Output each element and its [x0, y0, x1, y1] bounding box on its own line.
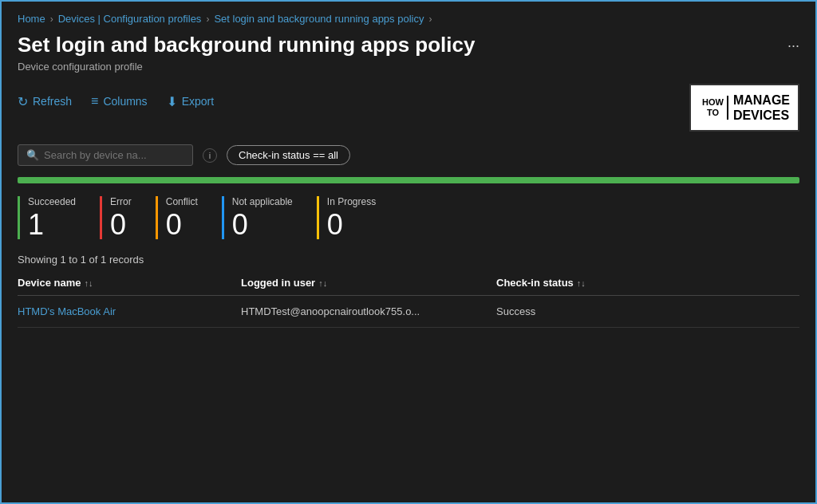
columns-icon: ≡ [91, 94, 98, 108]
breadcrumb-devices[interactable]: Devices | Configuration profiles [58, 13, 202, 25]
search-input[interactable] [44, 149, 184, 161]
page-container: Home › Devices | Configuration profiles … [2, 2, 815, 502]
records-info: Showing 1 to 1 of 1 records [18, 254, 799, 266]
more-button[interactable]: ··· [787, 37, 799, 54]
breadcrumb-current[interactable]: Set login and background running apps po… [214, 13, 424, 25]
breadcrumb-sep-2: › [206, 14, 209, 25]
stat-not-applicable-label: Not applicable [232, 196, 293, 207]
info-icon[interactable]: i [203, 148, 217, 163]
page-subtitle: Device configuration profile [18, 61, 799, 73]
search-box: 🔍 [18, 144, 193, 166]
stat-not-applicable-value: 0 [232, 211, 293, 239]
stat-in-progress: In Progress 0 [317, 196, 400, 239]
sort-icon-checkin-status[interactable]: ↑↓ [577, 278, 586, 288]
sort-icon-device-name[interactable]: ↑↓ [85, 278, 93, 288]
stat-conflict-value: 0 [166, 211, 198, 239]
stat-error-label: Error [110, 196, 132, 207]
columns-button[interactable]: ≡ Columns [91, 94, 148, 108]
table-header-device-name: Device name ↑↓ [18, 277, 241, 289]
stat-succeeded-label: Succeeded [28, 196, 76, 207]
table-container: Device name ↑↓ Logged in user ↑↓ Check-i… [18, 277, 799, 491]
stats-row: Succeeded 1 Error 0 Conflict 0 Not appli… [18, 196, 799, 239]
stat-in-progress-value: 0 [327, 211, 376, 239]
table-header-logged-in-user: Logged in user ↑↓ [241, 277, 496, 289]
progress-bar-container [18, 177, 799, 183]
toolbar: ↻ Refresh ≡ Columns ⬇ Export [18, 94, 214, 109]
table-cell-checkin-status: Success [496, 305, 799, 317]
sort-icon-logged-in-user[interactable]: ↑↓ [318, 278, 327, 288]
logo: HOWTO MANAGEDEVICES [689, 84, 799, 132]
breadcrumb-home[interactable]: Home [18, 13, 45, 25]
filter-row: 🔍 i Check-in status == all [18, 144, 799, 166]
stat-conflict-label: Conflict [166, 196, 198, 207]
stat-conflict: Conflict 0 [156, 196, 222, 239]
logo-how-to: HOWTO [699, 96, 728, 120]
page-title: Set login and background running apps po… [18, 33, 475, 57]
export-button[interactable]: ⬇ Export [167, 94, 214, 109]
stat-in-progress-label: In Progress [327, 196, 376, 207]
breadcrumb-sep-1: › [50, 14, 53, 25]
table-header-checkin-status: Check-in status ↑↓ [496, 277, 799, 289]
table-header: Device name ↑↓ Logged in user ↑↓ Check-i… [18, 277, 799, 296]
logo-manage-devices: MANAGEDEVICES [733, 93, 790, 123]
refresh-button[interactable]: ↻ Refresh [18, 94, 72, 109]
page-title-row: Set login and background running apps po… [18, 33, 799, 57]
progress-bar-fill [18, 177, 799, 183]
stat-succeeded-value: 1 [28, 211, 76, 239]
export-icon: ⬇ [167, 94, 177, 109]
stat-not-applicable: Not applicable 0 [222, 196, 317, 239]
breadcrumb-sep-3: › [428, 14, 432, 25]
stat-succeeded: Succeeded 1 [18, 196, 100, 239]
stat-error: Error 0 [100, 196, 156, 239]
filter-badge[interactable]: Check-in status == all [227, 145, 350, 165]
refresh-icon: ↻ [18, 94, 28, 109]
table-row: HTMD's MacBook Air HTMDTest@anoopcnairou… [18, 296, 799, 328]
table-cell-device-name[interactable]: HTMD's MacBook Air [18, 305, 241, 317]
table-cell-logged-in-user: HTMDTest@anoopcnairoutlook755.o... [241, 305, 496, 317]
stat-error-value: 0 [110, 211, 132, 239]
breadcrumb: Home › Devices | Configuration profiles … [18, 13, 799, 25]
search-icon: 🔍 [26, 149, 39, 161]
